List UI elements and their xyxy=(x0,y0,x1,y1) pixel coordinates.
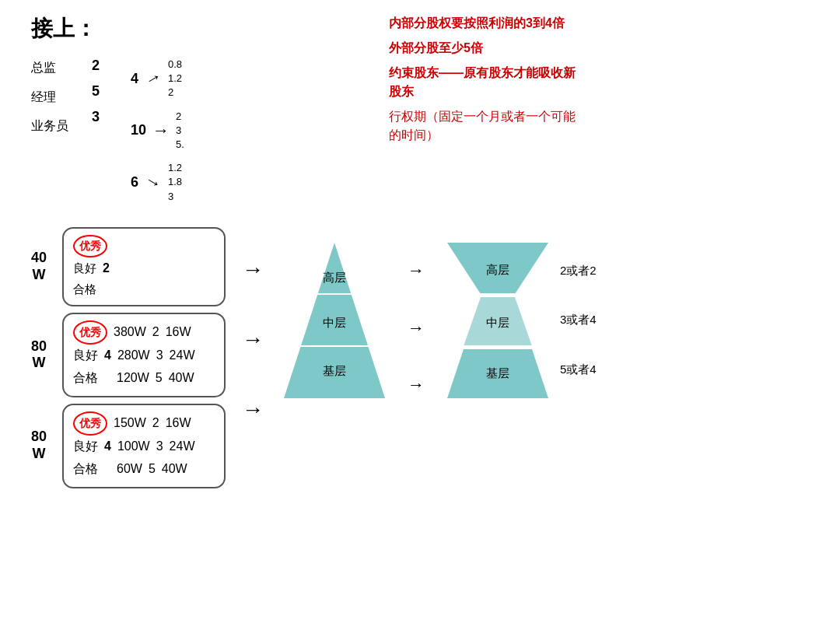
box3-row1: 良好 4 100W 3 24W xyxy=(73,436,215,458)
col-num1: 2 5 3 xyxy=(92,58,100,204)
arr-0: → xyxy=(242,257,264,282)
note-3: 行权期（固定一个月或者一个可能的时间） xyxy=(389,107,809,145)
arrow-2: → xyxy=(141,170,166,196)
pyramid-right-svg: 高层 中层 基层 xyxy=(447,235,548,406)
box2-wrapper: 80W 优秀 380W 2 16W 良好 4 280W 3 24W 合格 1 xyxy=(62,313,226,397)
circle-youxiu-1: 优秀 xyxy=(73,320,107,345)
box2-row0: 优秀 380W 2 16W xyxy=(73,320,215,345)
pyramid-right: 高层 中层 基层 xyxy=(443,235,552,406)
mid-arr-1: → xyxy=(408,318,425,338)
note-0: 内部分股权要按照利润的3到4倍 xyxy=(389,14,809,33)
num2-0: 4 xyxy=(131,71,138,87)
mult-0: 2或者2 xyxy=(560,264,597,278)
box1-row1: 良好 2 xyxy=(73,257,215,278)
top-section: 接上： 总监 经理 业务员 2 5 3 4 → 0.8 xyxy=(0,0,840,212)
num2-1: 10 xyxy=(131,122,146,138)
mult-1: 3或者4 xyxy=(560,313,597,327)
values-0: 0.8 1.2 2 xyxy=(168,58,182,100)
mid-arrows: → → → xyxy=(397,243,436,414)
col-labels: 总监 经理 业务员 xyxy=(31,58,68,204)
arr-2: → xyxy=(242,397,264,422)
bottom-section: 40W 优秀 良好 2 合格 80W 优秀 380W xyxy=(0,219,840,496)
pyramid-left-label-mid: 中层 xyxy=(323,316,346,329)
pyramid-right-label-bot: 基层 xyxy=(486,366,509,380)
arr-1: → xyxy=(242,327,264,352)
box1: 优秀 良好 2 合格 xyxy=(62,227,226,306)
num1-1: 5 xyxy=(92,83,100,100)
box2-row2: 合格 120W 5 40W xyxy=(73,367,215,390)
box1-row0: 优秀 xyxy=(73,235,215,258)
mid-arr-2: → xyxy=(408,375,425,395)
row-label-0: 总监 xyxy=(31,58,68,78)
box2: 优秀 380W 2 16W 良好 4 280W 3 24W 合格 120W 5 … xyxy=(62,313,226,397)
circle-youxiu-0: 优秀 xyxy=(73,235,107,258)
arrow-1: → xyxy=(152,121,170,141)
page-title: 接上： xyxy=(31,14,358,44)
box3-row2: 合格 60W 5 40W xyxy=(73,458,215,481)
left-panel: 接上： 总监 经理 业务员 2 5 3 4 → 0.8 xyxy=(31,14,358,204)
connector-arrows: → → → xyxy=(233,235,272,445)
box2-label: 80W xyxy=(31,338,47,372)
pyramid-right-label-top: 高层 xyxy=(486,263,509,276)
boxes-column: 40W 优秀 良好 2 合格 80W 优秀 380W xyxy=(23,227,226,488)
table-row-2: 6 → 1.2 1.8 3 xyxy=(131,161,184,204)
table-row-1: 10 → 2 3 5. xyxy=(131,110,184,152)
values-1: 2 3 5. xyxy=(176,110,184,152)
table-row-0: 4 → 0.8 1.2 2 xyxy=(131,58,184,100)
row-label-2: 业务员 xyxy=(31,116,68,136)
box2-row1: 良好 4 280W 3 24W xyxy=(73,345,215,367)
note-1: 外部分股至少5倍 xyxy=(389,39,809,58)
num1-0: 2 xyxy=(92,58,100,74)
right-panel: 内部分股权要按照利润的3到4倍 外部分股至少5倍 约束股东——原有股东才能吸收新… xyxy=(358,14,809,204)
box1-label: 40W xyxy=(31,250,47,283)
col-num2-arrows: 4 → 0.8 1.2 2 10 → 2 3 5. xyxy=(131,58,184,204)
box3-row0: 优秀 150W 2 16W xyxy=(73,411,215,436)
pyramid-left-label-top: 高层 xyxy=(323,271,346,284)
table-area: 总监 经理 业务员 2 5 3 4 → 0.8 1.2 2 xyxy=(31,58,358,204)
multipliers: 2或者2 3或者4 5或者4 xyxy=(560,247,597,394)
box3: 优秀 150W 2 16W 良好 4 100W 3 24W 合格 60W 5 4… xyxy=(62,404,226,488)
box1-row2: 合格 xyxy=(73,279,215,299)
circle-youxiu-2: 优秀 xyxy=(73,411,107,436)
num2-2: 6 xyxy=(131,174,138,191)
box3-label: 80W xyxy=(31,429,47,463)
pyramid-left-label-bot: 基层 xyxy=(323,364,346,377)
mult-2: 5或者4 xyxy=(560,362,597,377)
pyramid-right-label-mid: 中层 xyxy=(486,316,509,329)
note-2: 约束股东——原有股东才能吸收新股东 xyxy=(389,64,809,101)
num1-2: 3 xyxy=(92,109,100,125)
arrow-0: → xyxy=(141,66,166,93)
box1-wrapper: 40W 优秀 良好 2 合格 xyxy=(62,227,226,306)
mid-arr-0: → xyxy=(408,261,425,281)
pyramid-right-section: 高层 中层 基层 2或者2 3或者4 5或者4 xyxy=(443,235,597,406)
values-2: 1.2 1.8 3 xyxy=(168,161,182,204)
pyramid-left-svg: 高层 中层 基层 xyxy=(284,235,385,406)
box3-wrapper: 80W 优秀 150W 2 16W 良好 4 100W 3 24W 合格 6 xyxy=(62,404,226,488)
pyramid-left: 高层 中层 基层 xyxy=(280,235,389,406)
row-label-1: 经理 xyxy=(31,87,68,107)
